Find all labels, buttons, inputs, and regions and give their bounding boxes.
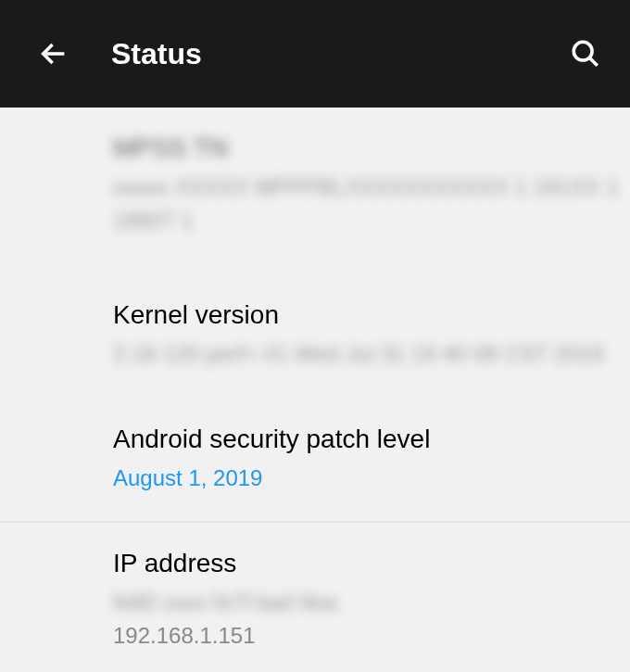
back-arrow-icon xyxy=(38,38,69,70)
status-item-ip-address[interactable]: IP address fe80 xxxx fe7f bad 9ea 192.16… xyxy=(0,523,630,672)
item-title: IP address xyxy=(113,549,630,578)
status-list: MPSS TN xxxxx XXXXX MPPPBLXXXXXXXXXXX 1 … xyxy=(0,108,630,672)
item-value: 192.168.1.151 xyxy=(113,619,630,653)
status-item-security-patch[interactable]: Android security patch level August 1, 2… xyxy=(0,412,630,523)
status-item-kernel-version[interactable]: Kernel version 3 18 120 perf+ #1 Wed Jul… xyxy=(0,278,630,412)
item-value-blurred: xxxxx XXXXX MPPPBLXXXXXXXXXXX 1 191XX 1 … xyxy=(113,171,630,237)
item-title: Android security patch level xyxy=(113,425,630,454)
search-icon xyxy=(570,38,601,70)
item-title-blurred: MPSS TN xyxy=(113,133,630,163)
page-title: Status xyxy=(111,37,202,71)
status-item-blurred[interactable]: MPSS TN xxxxx XXXXX MPPPBLXXXXXXXXXXX 1 … xyxy=(0,108,630,278)
item-value-blurred: fe80 xxxx fe7f bad 9ea xyxy=(113,586,630,619)
app-header: Status xyxy=(0,0,630,108)
item-value-blurred: 3 18 120 perf+ #1 Wed Jul 31 19 40 08 CS… xyxy=(113,337,630,371)
search-button[interactable] xyxy=(567,35,604,72)
header-left: Status xyxy=(35,35,202,72)
svg-point-1 xyxy=(573,42,592,60)
item-value-link: August 1, 2019 xyxy=(113,462,630,495)
svg-line-2 xyxy=(589,57,598,66)
back-button[interactable] xyxy=(35,35,72,72)
item-title: Kernel version xyxy=(113,300,630,330)
